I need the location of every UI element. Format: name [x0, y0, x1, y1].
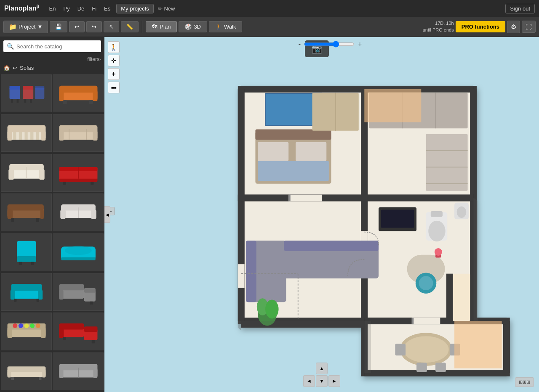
catalog-item-8[interactable] — [53, 193, 104, 231]
catalog-item-10[interactable] — [53, 233, 104, 271]
catalog-item-1[interactable] — [1, 74, 52, 112]
3d-view-button[interactable]: 🎲 3D — [179, 21, 207, 32]
svg-rect-118 — [288, 195, 322, 201]
pro-functions-button[interactable]: PRO functions — [456, 21, 505, 32]
svg-rect-61 — [11, 284, 42, 291]
search-icon: 🔍 — [7, 43, 14, 50]
svg-rect-28 — [93, 131, 97, 141]
svg-rect-2 — [11, 99, 13, 103]
svg-rect-82 — [59, 323, 84, 330]
catalog-item-16[interactable] — [53, 352, 104, 390]
measure-tool-button[interactable]: 📏 — [121, 21, 139, 32]
top-bar: Planoplanβ En Ру De Fi Es My projects ✏ … — [0, 0, 539, 17]
svg-rect-54 — [17, 256, 36, 262]
nav-left-button[interactable]: ◄ — [303, 375, 315, 387]
catalog-item-15[interactable] — [1, 352, 52, 390]
svg-rect-63 — [38, 290, 43, 299]
settings-button[interactable]: ⚙ — [507, 21, 520, 33]
catalog-item-2[interactable] — [53, 74, 104, 112]
search-input[interactable] — [16, 43, 98, 50]
nav-right-button[interactable]: ► — [328, 375, 340, 387]
zoom-reset-button[interactable]: ■■■ — [108, 82, 120, 93]
project-dropdown-icon: ▼ — [37, 24, 43, 30]
svg-point-151 — [428, 221, 446, 242]
lang-de[interactable]: De — [76, 5, 86, 13]
my-projects-button[interactable]: My projects — [116, 4, 153, 13]
project-label: Project — [19, 24, 35, 30]
toolbar: 📁 Project ▼ 💾 ↩ ↪ ↖ 📏 🗺 Plan 🎲 3D 🚶 Walk… — [0, 17, 539, 37]
person-mode-button[interactable]: 🚶 — [108, 41, 120, 53]
svg-rect-124 — [258, 142, 288, 161]
sign-out-button[interactable]: Sign out — [505, 4, 535, 13]
save-button[interactable]: 💾 — [50, 21, 67, 32]
zoom-plus[interactable]: + — [358, 40, 362, 48]
zoom-in-button[interactable]: + — [108, 68, 120, 80]
compass-button[interactable]: ✛ — [108, 55, 120, 66]
project-button[interactable]: 📁 Project ▼ — [3, 21, 48, 33]
plan-view-button[interactable]: 🗺 Plan — [146, 21, 177, 32]
svg-rect-56 — [31, 262, 34, 265]
nav-down-button[interactable]: ▼ — [316, 375, 328, 387]
svg-rect-45 — [40, 210, 43, 219]
catalog-item-6[interactable] — [53, 154, 104, 192]
svg-rect-161 — [416, 363, 427, 372]
lang-fi[interactable]: Fi — [90, 5, 98, 13]
cube-icon: 🎲 — [185, 24, 192, 30]
3d-label: 3D — [194, 24, 201, 30]
catalog-item-3[interactable] — [1, 114, 52, 152]
undo-button[interactable]: ↩ — [69, 21, 85, 32]
svg-rect-155 — [446, 274, 453, 321]
svg-rect-13 — [93, 91, 97, 101]
svg-rect-11 — [59, 86, 97, 93]
svg-rect-109 — [503, 321, 510, 373]
svg-point-145 — [265, 300, 279, 319]
gear-icon: ⚙ — [511, 23, 516, 30]
svg-rect-12 — [59, 91, 64, 101]
svg-rect-39 — [63, 182, 66, 185]
app-logo: Planoplanβ — [4, 4, 39, 12]
svg-rect-159 — [395, 344, 406, 355]
svg-rect-23 — [7, 131, 12, 141]
plan-icon: 🗺 — [152, 24, 157, 30]
collapse-handle[interactable]: ◀ — [104, 206, 110, 223]
walk-label: Walk — [224, 24, 236, 30]
svg-rect-117 — [238, 264, 245, 288]
toolbar-separator — [142, 21, 142, 33]
svg-rect-65 — [36, 299, 39, 302]
scale-icon: ⊞⊞⊞ — [519, 379, 530, 384]
svg-rect-90 — [7, 371, 11, 377]
search-bar[interactable]: 🔍 — [3, 40, 101, 52]
svg-point-77 — [18, 323, 23, 328]
catalog-item-9[interactable] — [1, 233, 52, 271]
zoom-minus[interactable]: - — [299, 40, 301, 48]
zoom-controls: - + — [299, 40, 362, 48]
svg-rect-125 — [296, 142, 326, 161]
catalog-item-7[interactable] — [1, 193, 52, 231]
left-controls: 🚶 ✛ + ■■■ — [108, 41, 120, 93]
lang-es[interactable]: Es — [102, 5, 112, 13]
pro-info: 17D, 10h until PRO ends — [423, 20, 454, 33]
redo-button[interactable]: ↪ — [86, 21, 102, 32]
nav-up-button[interactable]: ▲ — [316, 363, 328, 374]
select-tool-button[interactable]: ↖ — [104, 21, 119, 32]
catalog-item-13[interactable] — [1, 313, 52, 350]
new-button[interactable]: ✏ New — [158, 5, 175, 12]
floorplan-svg — [104, 37, 539, 392]
walk-view-button[interactable]: 🚶 Walk — [209, 21, 242, 32]
lang-ru[interactable]: Ру — [61, 5, 71, 13]
svg-rect-51 — [91, 210, 96, 219]
svg-rect-91 — [42, 371, 45, 377]
catalog-item-11[interactable] — [1, 273, 52, 311]
fullscreen-button[interactable]: ⛶ — [522, 21, 536, 33]
catalog-item-4[interactable] — [53, 114, 104, 152]
zoom-slider[interactable] — [304, 41, 355, 48]
home-icon[interactable]: 🏠 — [3, 65, 10, 71]
lang-en[interactable]: En — [48, 5, 58, 13]
svg-rect-116 — [412, 318, 414, 324]
catalog-item-12[interactable] — [53, 273, 104, 311]
back-icon[interactable]: ↩ — [13, 65, 17, 71]
filter-bar[interactable]: filters› — [0, 56, 104, 63]
catalog-item-5[interactable] — [1, 154, 52, 192]
svg-rect-22 — [7, 125, 45, 132]
catalog-item-14[interactable] — [53, 313, 104, 350]
